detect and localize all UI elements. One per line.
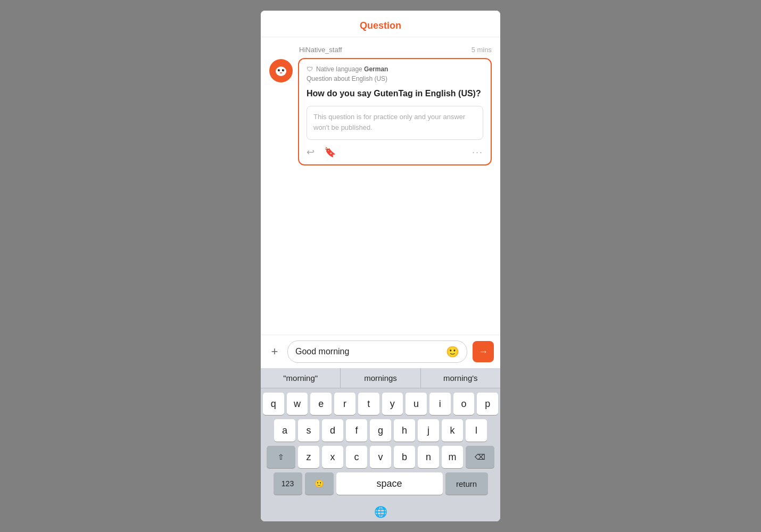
answer-box: This question is for practice only and y… <box>307 106 483 140</box>
key-n[interactable]: n <box>418 446 439 468</box>
bottom-bar: 🌐 <box>261 501 500 521</box>
globe-icon[interactable]: 🌐 <box>374 505 387 518</box>
svg-point-3 <box>276 66 286 76</box>
username-label: HiNative_staff <box>299 46 342 54</box>
suggestion-0[interactable]: "morning" <box>261 368 341 388</box>
send-button[interactable]: → <box>473 341 494 362</box>
key-i[interactable]: i <box>429 393 451 415</box>
key-row-3: ⇧ z x c v b n m ⌫ <box>263 446 498 468</box>
return-key[interactable]: return <box>445 472 488 495</box>
svg-point-5 <box>282 69 284 71</box>
question-row: 🛡 Native language German Question about … <box>269 58 492 165</box>
shift-key[interactable]: ⇧ <box>267 446 295 468</box>
key-v[interactable]: v <box>370 446 391 468</box>
question-meta: HiNative_staff 5 mins <box>269 46 492 54</box>
bookmark-icon[interactable]: 🔖 <box>324 146 336 158</box>
key-g[interactable]: g <box>370 419 391 442</box>
key-l[interactable]: l <box>466 419 487 442</box>
card-actions: ↩ 🔖 ··· <box>307 146 483 158</box>
key-u[interactable]: u <box>406 393 427 415</box>
suggestions-row: "morning" mornings morning's <box>261 368 500 388</box>
reply-icon[interactable]: ↩ <box>307 146 315 158</box>
answer-placeholder: This question is for practice only and y… <box>313 113 465 131</box>
text-input-wrapper: 🙂 <box>287 340 467 363</box>
space-key[interactable]: space <box>336 472 443 495</box>
svg-point-6 <box>279 70 279 70</box>
svg-point-7 <box>283 70 284 70</box>
app-header: Question <box>261 11 500 37</box>
content-area: HiNative_staff 5 mins <box>261 37 500 335</box>
key-o[interactable]: o <box>453 393 475 415</box>
avatar-illustration <box>272 62 290 80</box>
page-title: Question <box>360 20 401 31</box>
key-b[interactable]: b <box>394 446 415 468</box>
key-row-2: a s d f g h j k l <box>263 419 498 442</box>
question-text: How do you say GutenTag in English (US)? <box>307 88 483 99</box>
native-lang-row: 🛡 Native language German <box>307 65 483 73</box>
more-options-icon[interactable]: ··· <box>472 147 483 158</box>
svg-point-8 <box>280 72 283 73</box>
key-x[interactable]: x <box>322 446 343 468</box>
key-h[interactable]: h <box>394 419 415 442</box>
key-row-1: q w e r t y u i o p <box>263 393 498 415</box>
suggestion-1[interactable]: mornings <box>341 368 420 388</box>
native-lang-text: Native language German <box>316 65 388 73</box>
time-ago-label: 5 mins <box>472 46 492 54</box>
send-arrow-icon: → <box>478 346 488 358</box>
answer-input[interactable] <box>295 347 443 356</box>
avatar <box>269 59 293 82</box>
key-c[interactable]: c <box>346 446 367 468</box>
shield-icon: 🛡 <box>307 65 313 73</box>
backspace-key[interactable]: ⌫ <box>466 446 494 468</box>
numbers-key[interactable]: 123 <box>274 472 302 495</box>
emoji-keyboard-key[interactable]: 🙂 <box>305 472 334 495</box>
input-area: + 🙂 → <box>261 335 500 368</box>
key-p[interactable]: p <box>477 393 498 415</box>
key-w[interactable]: w <box>287 393 308 415</box>
keys-area: q w e r t y u i o p a s d f g h j k <box>261 388 500 501</box>
key-j[interactable]: j <box>418 419 439 442</box>
key-r[interactable]: r <box>334 393 355 415</box>
keyboard: "morning" mornings morning's q w e r t y… <box>261 368 500 521</box>
key-q[interactable]: q <box>263 393 284 415</box>
question-about: Question about English (US) <box>307 75 483 82</box>
question-card: 🛡 Native language German Question about … <box>298 58 492 165</box>
key-y[interactable]: y <box>382 393 403 415</box>
key-a[interactable]: a <box>274 419 295 442</box>
key-z[interactable]: z <box>298 446 319 468</box>
key-s[interactable]: s <box>298 419 319 442</box>
key-t[interactable]: t <box>358 393 379 415</box>
key-m[interactable]: m <box>442 446 463 468</box>
svg-point-4 <box>278 69 280 71</box>
phone-container: Question HiNative_staff 5 mins <box>261 11 500 521</box>
key-d[interactable]: d <box>322 419 343 442</box>
key-e[interactable]: e <box>310 393 332 415</box>
key-row-4: 123 🙂 space return <box>263 472 498 495</box>
suggestion-2[interactable]: morning's <box>421 368 500 388</box>
emoji-picker-button[interactable]: 🙂 <box>446 345 459 358</box>
add-button[interactable]: + <box>267 345 282 359</box>
key-f[interactable]: f <box>346 419 367 442</box>
key-k[interactable]: k <box>442 419 463 442</box>
